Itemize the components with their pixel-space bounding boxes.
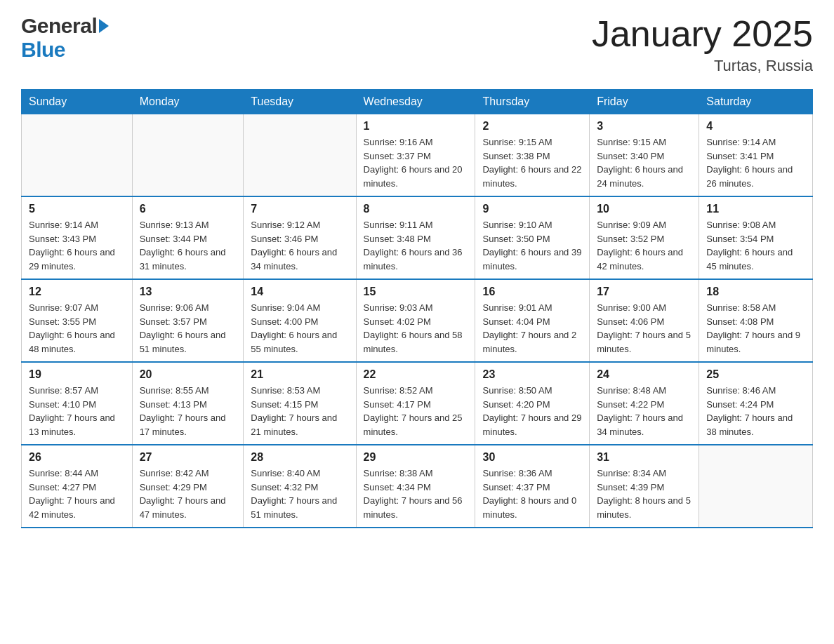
day-number: 25: [706, 368, 805, 381]
day-number: 29: [364, 451, 468, 464]
header-cell-friday: Friday: [590, 90, 699, 114]
day-info: Sunrise: 9:04 AMSunset: 4:00 PMDaylight:…: [251, 301, 348, 356]
logo-triangle-icon: [99, 19, 109, 33]
day-cell: 31Sunrise: 8:34 AMSunset: 4:39 PMDayligh…: [590, 445, 699, 528]
day-cell: 6Sunrise: 9:13 AMSunset: 3:44 PMDaylight…: [132, 196, 244, 279]
day-number: 27: [140, 451, 237, 464]
day-cell: 4Sunrise: 9:14 AMSunset: 3:41 PMDaylight…: [699, 114, 813, 197]
day-number: 8: [364, 203, 468, 215]
header-cell-saturday: Saturday: [699, 90, 813, 114]
day-number: 1: [364, 120, 468, 133]
day-info: Sunrise: 9:15 AMSunset: 3:38 PMDaylight:…: [482, 135, 582, 190]
day-cell: 18Sunrise: 8:58 AMSunset: 4:08 PMDayligh…: [699, 279, 813, 362]
day-cell: [22, 114, 133, 197]
day-number: 21: [251, 368, 348, 381]
day-number: 15: [364, 286, 468, 298]
day-info: Sunrise: 8:34 AMSunset: 4:39 PMDaylight:…: [597, 467, 691, 521]
week-row-2: 5Sunrise: 9:14 AMSunset: 3:43 PMDaylight…: [22, 196, 813, 279]
week-row-4: 19Sunrise: 8:57 AMSunset: 4:10 PMDayligh…: [22, 362, 813, 445]
day-info: Sunrise: 9:14 AMSunset: 3:41 PMDaylight:…: [706, 135, 805, 190]
day-number: 10: [597, 203, 691, 215]
day-info: Sunrise: 9:14 AMSunset: 3:43 PMDaylight:…: [29, 218, 125, 273]
day-number: 7: [251, 203, 348, 215]
day-cell: [244, 114, 356, 197]
header-cell-sunday: Sunday: [22, 90, 133, 114]
day-info: Sunrise: 9:15 AMSunset: 3:40 PMDaylight:…: [597, 135, 691, 190]
title-block: January 2025 Turtas, Russia: [592, 14, 813, 75]
day-cell: 14Sunrise: 9:04 AMSunset: 4:00 PMDayligh…: [244, 279, 356, 362]
day-cell: 25Sunrise: 8:46 AMSunset: 4:24 PMDayligh…: [699, 362, 813, 445]
day-number: 24: [597, 368, 691, 381]
day-info: Sunrise: 8:42 AMSunset: 4:29 PMDaylight:…: [140, 467, 237, 521]
day-info: Sunrise: 8:55 AMSunset: 4:13 PMDaylight:…: [140, 384, 237, 438]
day-cell: [699, 445, 813, 528]
header-cell-monday: Monday: [132, 90, 244, 114]
day-info: Sunrise: 8:36 AMSunset: 4:37 PMDaylight:…: [482, 467, 582, 521]
day-number: 12: [29, 286, 125, 298]
day-cell: 8Sunrise: 9:11 AMSunset: 3:48 PMDaylight…: [356, 196, 475, 279]
day-cell: [132, 114, 244, 197]
day-cell: 21Sunrise: 8:53 AMSunset: 4:15 PMDayligh…: [244, 362, 356, 445]
day-number: 16: [482, 286, 582, 298]
day-cell: 13Sunrise: 9:06 AMSunset: 3:57 PMDayligh…: [132, 279, 244, 362]
day-cell: 26Sunrise: 8:44 AMSunset: 4:27 PMDayligh…: [22, 445, 133, 528]
day-number: 4: [706, 120, 805, 133]
day-number: 28: [251, 451, 348, 464]
day-info: Sunrise: 9:07 AMSunset: 3:55 PMDaylight:…: [29, 301, 125, 356]
day-cell: 29Sunrise: 8:38 AMSunset: 4:34 PMDayligh…: [356, 445, 475, 528]
day-info: Sunrise: 9:16 AMSunset: 3:37 PMDaylight:…: [364, 135, 468, 190]
day-info: Sunrise: 8:46 AMSunset: 4:24 PMDaylight:…: [706, 384, 805, 438]
day-info: Sunrise: 8:50 AMSunset: 4:20 PMDaylight:…: [482, 384, 582, 438]
header-row: SundayMondayTuesdayWednesdayThursdayFrid…: [22, 90, 813, 114]
header-cell-thursday: Thursday: [475, 90, 590, 114]
day-number: 14: [251, 286, 348, 298]
day-number: 26: [29, 451, 125, 464]
day-info: Sunrise: 9:03 AMSunset: 4:02 PMDaylight:…: [364, 301, 468, 356]
day-info: Sunrise: 9:13 AMSunset: 3:44 PMDaylight:…: [140, 218, 237, 273]
day-number: 23: [482, 368, 582, 381]
day-info: Sunrise: 9:06 AMSunset: 3:57 PMDaylight:…: [140, 301, 237, 356]
day-info: Sunrise: 8:44 AMSunset: 4:27 PMDaylight:…: [29, 467, 125, 521]
day-number: 9: [482, 203, 582, 215]
day-info: Sunrise: 9:00 AMSunset: 4:06 PMDaylight:…: [597, 301, 691, 356]
day-cell: 10Sunrise: 9:09 AMSunset: 3:52 PMDayligh…: [590, 196, 699, 279]
day-number: 18: [706, 286, 805, 298]
day-cell: 20Sunrise: 8:55 AMSunset: 4:13 PMDayligh…: [132, 362, 244, 445]
day-number: 20: [140, 368, 237, 381]
week-row-3: 12Sunrise: 9:07 AMSunset: 3:55 PMDayligh…: [22, 279, 813, 362]
day-cell: 28Sunrise: 8:40 AMSunset: 4:32 PMDayligh…: [244, 445, 356, 528]
day-cell: 30Sunrise: 8:36 AMSunset: 4:37 PMDayligh…: [475, 445, 590, 528]
day-cell: 3Sunrise: 9:15 AMSunset: 3:40 PMDaylight…: [590, 114, 699, 197]
week-row-1: 1Sunrise: 9:16 AMSunset: 3:37 PMDaylight…: [22, 114, 813, 197]
day-info: Sunrise: 8:38 AMSunset: 4:34 PMDaylight:…: [364, 467, 468, 521]
day-cell: 7Sunrise: 9:12 AMSunset: 3:46 PMDaylight…: [244, 196, 356, 279]
day-cell: 24Sunrise: 8:48 AMSunset: 4:22 PMDayligh…: [590, 362, 699, 445]
day-info: Sunrise: 9:01 AMSunset: 4:04 PMDaylight:…: [482, 301, 582, 356]
day-number: 6: [140, 203, 237, 215]
day-info: Sunrise: 8:53 AMSunset: 4:15 PMDaylight:…: [251, 384, 348, 438]
day-cell: 9Sunrise: 9:10 AMSunset: 3:50 PMDaylight…: [475, 196, 590, 279]
day-cell: 1Sunrise: 9:16 AMSunset: 3:37 PMDaylight…: [356, 114, 475, 197]
day-number: 31: [597, 451, 691, 464]
day-cell: 2Sunrise: 9:15 AMSunset: 3:38 PMDaylight…: [475, 114, 590, 197]
day-info: Sunrise: 8:57 AMSunset: 4:10 PMDaylight:…: [29, 384, 125, 438]
month-title: January 2025: [592, 14, 813, 54]
day-cell: 16Sunrise: 9:01 AMSunset: 4:04 PMDayligh…: [475, 279, 590, 362]
day-cell: 15Sunrise: 9:03 AMSunset: 4:02 PMDayligh…: [356, 279, 475, 362]
day-number: 19: [29, 368, 125, 381]
day-cell: 11Sunrise: 9:08 AMSunset: 3:54 PMDayligh…: [699, 196, 813, 279]
day-number: 3: [597, 120, 691, 133]
day-info: Sunrise: 9:11 AMSunset: 3:48 PMDaylight:…: [364, 218, 468, 273]
location-title: Turtas, Russia: [592, 57, 813, 75]
day-number: 5: [29, 203, 125, 215]
calendar-body: 1Sunrise: 9:16 AMSunset: 3:37 PMDaylight…: [22, 114, 813, 528]
logo-blue-text: Blue: [21, 38, 65, 61]
calendar-header: SundayMondayTuesdayWednesdayThursdayFrid…: [22, 90, 813, 114]
day-info: Sunrise: 9:12 AMSunset: 3:46 PMDaylight:…: [251, 218, 348, 273]
logo-general-text: General: [21, 14, 97, 38]
day-cell: 19Sunrise: 8:57 AMSunset: 4:10 PMDayligh…: [22, 362, 133, 445]
day-info: Sunrise: 8:40 AMSunset: 4:32 PMDaylight:…: [251, 467, 348, 521]
day-info: Sunrise: 8:52 AMSunset: 4:17 PMDaylight:…: [364, 384, 468, 438]
day-cell: 12Sunrise: 9:07 AMSunset: 3:55 PMDayligh…: [22, 279, 133, 362]
day-number: 17: [597, 286, 691, 298]
